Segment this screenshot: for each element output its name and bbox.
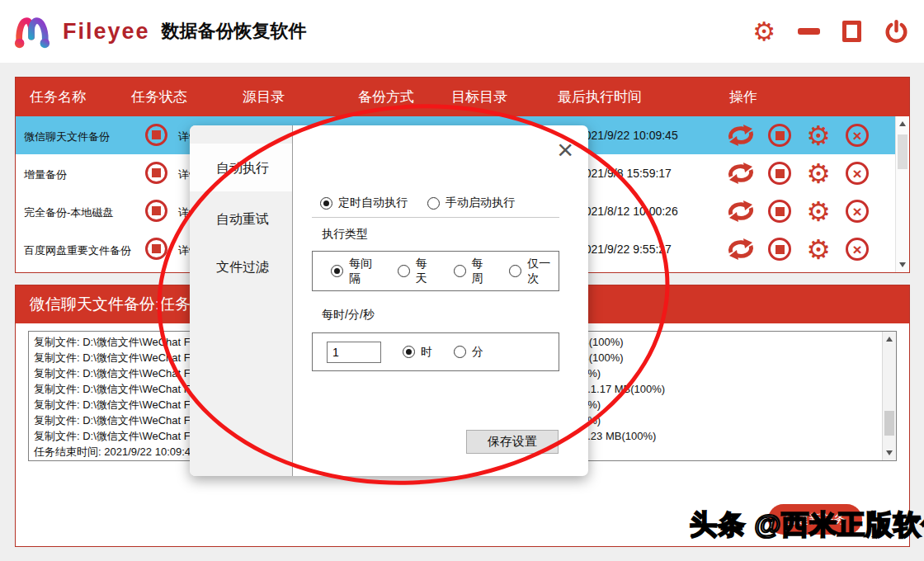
scroll-down-icon[interactable] (899, 262, 906, 267)
task-name: 增量备份 (24, 167, 67, 182)
modal-sidebar: 自动执行 自动重试 文件过滤 (190, 125, 293, 476)
radio-icon[interactable] (320, 197, 332, 210)
stop-task-icon[interactable] (762, 196, 797, 226)
scrollbar-thumb[interactable] (884, 411, 894, 436)
run-task-icon[interactable] (724, 158, 758, 188)
status-stop-icon (145, 238, 167, 260)
last-run-time: 2021/9/22 9:55:27 (578, 243, 672, 256)
run-task-icon[interactable] (724, 196, 758, 226)
run-task-icon[interactable] (724, 234, 758, 264)
col-target-dir: 目标目录 (451, 87, 558, 106)
scroll-up-icon[interactable] (899, 121, 906, 126)
exec-type-label: 执行类型 (322, 227, 368, 242)
col-operations: 操作 (729, 87, 909, 106)
interval-group: 时 分 (312, 332, 559, 371)
delete-task-icon[interactable]: × (840, 234, 874, 264)
tab-auto-execute[interactable]: 自动执行 (216, 160, 269, 177)
app-title: 数据备份恢复软件 (162, 19, 307, 44)
interval-value-input[interactable] (327, 342, 381, 363)
radio-icon[interactable] (427, 197, 440, 210)
status-stop-icon (145, 124, 167, 146)
col-last-run: 最后执行时间 (558, 87, 729, 106)
radio-icon[interactable] (403, 346, 415, 358)
task-name: 微信聊天文件备份 (24, 130, 110, 144)
exec-type-group: 每间隔 每天 每周 仅一次 (312, 251, 559, 291)
tab-auto-retry[interactable]: 自动重试 (216, 211, 269, 229)
radio-every-day[interactable]: 每天 (398, 257, 436, 286)
task-settings-icon[interactable]: ⚙ (801, 158, 836, 188)
radio-icon[interactable] (331, 265, 343, 277)
radio-icon[interactable] (454, 265, 466, 277)
log-scrollbar[interactable] (882, 332, 896, 460)
radio-unit-minute[interactable]: 分 (454, 345, 483, 360)
last-run-time: 2021/8/12 10:00:26 (578, 205, 678, 218)
status-stop-icon (145, 162, 167, 184)
task-settings-icon[interactable]: ⚙ (801, 120, 836, 150)
create-new-task-button[interactable]: 创建新任务 (768, 504, 862, 535)
scrollbar-thumb[interactable] (898, 134, 908, 169)
brand-name: Fileyee (63, 19, 150, 45)
delete-task-icon[interactable]: × (840, 120, 874, 150)
radio-unit-hour[interactable]: 时 (403, 345, 432, 360)
col-task-status: 任务状态 (131, 87, 243, 106)
task-settings-icon[interactable]: ⚙ (801, 234, 836, 264)
radio-icon[interactable] (509, 265, 521, 277)
settings-gear-icon[interactable]: ⚙ (752, 19, 776, 45)
task-settings-modal: 自动执行 自动重试 文件过滤 × 定时自动执行 手动启动执行 执行类型 每间隔 … (190, 125, 588, 476)
run-task-icon[interactable] (724, 120, 758, 150)
tab-file-filter[interactable]: 文件过滤 (216, 259, 269, 276)
power-close-icon[interactable] (884, 19, 909, 45)
radio-every-week[interactable]: 每周 (454, 257, 493, 286)
table-scrollbar[interactable] (895, 116, 909, 272)
last-run-time: 2021/9/22 10:09:45 (578, 129, 678, 142)
modal-close-icon[interactable]: × (557, 135, 573, 163)
radio-icon[interactable] (398, 265, 410, 277)
scroll-up-icon[interactable] (886, 337, 893, 342)
maximize-icon[interactable] (842, 21, 861, 42)
col-task-name: 任务名称 (16, 87, 131, 106)
interval-label: 每时/分/秒 (322, 308, 375, 323)
scroll-down-icon[interactable] (886, 450, 893, 455)
radio-only-once[interactable]: 仅一次 (509, 257, 559, 286)
table-header-row: 任务名称 任务状态 源目录 备份方式 目标目录 最后执行时间 操作 (16, 78, 909, 116)
status-stop-icon (145, 200, 167, 222)
delete-task-icon[interactable]: × (840, 158, 874, 188)
divider (312, 217, 559, 218)
minimize-icon[interactable] (798, 28, 820, 35)
col-backup-mode: 备份方式 (358, 87, 451, 106)
stop-task-icon[interactable] (762, 158, 797, 188)
task-name: 完全备份-本地磁盘 (24, 205, 113, 220)
radio-icon[interactable] (454, 346, 466, 358)
last-run-time: 2021/9/8 15:59:17 (578, 167, 672, 180)
stop-task-icon[interactable] (762, 234, 797, 264)
fileyee-logo-icon (13, 11, 51, 52)
stop-task-icon[interactable] (762, 120, 797, 150)
save-settings-button[interactable]: 保存设置 (466, 430, 559, 454)
radio-timed-auto-execute[interactable]: 定时自动执行 (320, 196, 408, 210)
col-source-dir: 源目录 (243, 87, 358, 106)
radio-manual-execute[interactable]: 手动启动执行 (427, 196, 515, 210)
delete-task-icon[interactable]: × (840, 196, 874, 226)
radio-every-interval[interactable]: 每间隔 (331, 257, 380, 286)
app-header: Fileyee 数据备份恢复软件 ⚙ (0, 0, 924, 63)
task-settings-icon[interactable]: ⚙ (801, 196, 836, 226)
task-name: 百度网盘重要文件备份 (24, 243, 131, 258)
